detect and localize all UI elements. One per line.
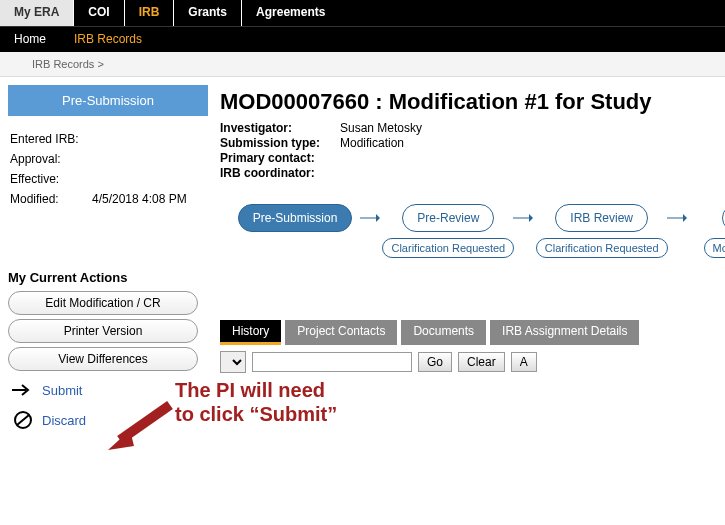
page-title: MOD00007660 : Modification #1 for Study [220, 89, 725, 115]
tab-agreements[interactable]: Agreements [241, 0, 339, 26]
go-button[interactable]: Go [418, 352, 452, 372]
detail-label: Primary contact: [220, 151, 340, 165]
detail-label: IRB coordinator: [220, 166, 340, 180]
content-tabs: History Project Contacts Documents IRB A… [220, 320, 725, 345]
discard-link[interactable]: Discard [8, 405, 208, 435]
printer-version-button[interactable]: Printer Version [8, 319, 198, 343]
subtab-home[interactable]: Home [0, 27, 60, 52]
tab-irb-assignment[interactable]: IRB Assignment Details [490, 320, 639, 345]
right-column: MOD00007660 : Modification #1 for Study … [208, 85, 725, 435]
meta-label: Effective: [10, 170, 90, 188]
submit-link[interactable]: Submit [8, 375, 208, 405]
tab-irb[interactable]: IRB [124, 0, 174, 26]
secondary-tabs: Home IRB Records [0, 26, 725, 52]
wf-step-clarification: Clarification Requested [382, 238, 514, 258]
filter-bar: Go Clear A [220, 351, 725, 373]
wf-step-clarification: Clarification Requested [536, 238, 668, 258]
discard-icon [12, 411, 34, 429]
discard-label: Discard [42, 413, 86, 428]
clear-button[interactable]: Clear [458, 352, 505, 372]
detail-label: Submission type: [220, 136, 340, 150]
tab-project-contacts[interactable]: Project Contacts [285, 320, 397, 345]
tab-documents[interactable]: Documents [401, 320, 486, 345]
primary-tabs: My ERA COI IRB Grants Agreements [0, 0, 725, 26]
detail-value: Modification [340, 136, 404, 150]
no-data-text: No data [220, 387, 725, 401]
edit-modification-button[interactable]: Edit Modification / CR [8, 291, 198, 315]
submit-label: Submit [42, 383, 82, 398]
tab-coi[interactable]: COI [73, 0, 123, 26]
wf-step-pre-submission: Pre-Submission [238, 204, 353, 232]
left-column: Pre-Submission Entered IRB: Approval: Ef… [8, 85, 208, 435]
tab-grants[interactable]: Grants [173, 0, 241, 26]
top-nav: My ERA COI IRB Grants Agreements Home IR… [0, 0, 725, 52]
detail-value: Susan Metosky [340, 121, 422, 135]
meta-table: Entered IRB: Approval: Effective: Modifi… [8, 128, 208, 210]
tab-my-era[interactable]: My ERA [0, 0, 73, 26]
tab-history[interactable]: History [220, 320, 281, 345]
breadcrumb[interactable]: IRB Records > [0, 52, 725, 77]
workflow-diagram: Pre-Submission Pre-Review Clarification … [220, 204, 725, 284]
detail-label: Investigator: [220, 121, 340, 135]
advanced-button[interactable]: A [511, 352, 537, 372]
meta-label: Modified: [10, 190, 90, 208]
wf-step-pre-review: Pre-Review [402, 204, 494, 232]
meta-label: Approval: [10, 150, 90, 168]
svg-line-1 [17, 415, 29, 425]
meta-value [92, 150, 206, 168]
filter-input[interactable] [252, 352, 412, 372]
submit-arrow-icon [12, 381, 34, 399]
meta-value: 4/5/2018 4:08 PM [92, 190, 206, 208]
meta-label: Entered IRB: [10, 130, 90, 148]
wf-step-modific: Modific Requeste [704, 238, 725, 258]
view-differences-button[interactable]: View Differences [8, 347, 198, 371]
wf-step-irb-review: IRB Review [555, 204, 648, 232]
status-banner: Pre-Submission [8, 85, 208, 116]
subtab-irb-records[interactable]: IRB Records [60, 27, 156, 52]
meta-value [92, 130, 206, 148]
filter-select[interactable] [220, 351, 246, 373]
actions-header: My Current Actions [8, 270, 208, 285]
meta-value [92, 170, 206, 188]
